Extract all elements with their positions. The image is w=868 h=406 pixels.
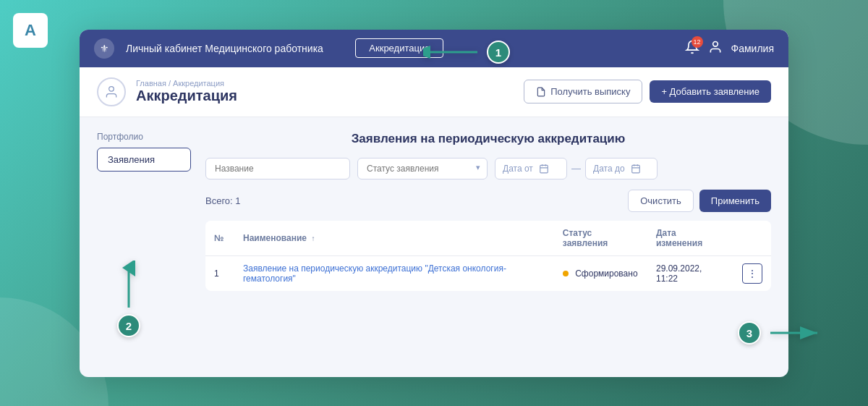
arrow-2-badge: 2: [117, 314, 140, 337]
arrow-3-annotation: 3: [738, 318, 825, 347]
username: Фамилия: [731, 43, 774, 54]
svg-rect-6: [631, 165, 639, 173]
status-filter-wrapper: [357, 158, 488, 179]
apply-button[interactable]: Применить: [699, 190, 771, 212]
calendar-to-icon: [631, 164, 641, 174]
col-num: №: [205, 221, 234, 256]
breadcrumb-actions: Получить выписку + Добавить заявление: [524, 80, 771, 103]
breadcrumb-text: Главная / Аккредитация Аккредитация: [136, 79, 237, 104]
breadcrumb-area: Главная / Аккредитация Аккредитация Полу…: [80, 67, 788, 117]
breadcrumb-home[interactable]: Главная: [136, 79, 166, 88]
col-status: Статус заявления: [554, 221, 647, 256]
content-area: Портфолио Заявления Заявления на периоди…: [80, 117, 788, 305]
svg-point-0: [712, 41, 718, 46]
sidebar: Портфолио Заявления: [97, 132, 191, 291]
col-date: Дата изменения: [647, 221, 733, 256]
user-icon[interactable]: [708, 40, 723, 57]
arrow-1-annotation: 1: [423, 38, 510, 67]
arrow-1-svg: [423, 38, 481, 67]
clear-button[interactable]: Очистить: [628, 190, 694, 212]
arrow-3-svg: [767, 318, 825, 347]
arrow-3-badge: 3: [738, 321, 761, 344]
date-to-input[interactable]: Дата до: [585, 158, 658, 179]
nav-emblem: ⚜: [94, 38, 114, 59]
row-menu-cell: ⋮: [733, 255, 771, 291]
row-date: 29.09.2022, 11:22: [647, 255, 733, 291]
arrow-1-badge: 1: [487, 41, 510, 64]
status-label: Сформировано: [575, 268, 637, 279]
filter-action-buttons: Очистить Применить: [628, 190, 771, 212]
sort-icon: ↑: [311, 234, 315, 242]
date-separator: —: [571, 163, 581, 174]
filters-row: Дата от — Дата до: [205, 158, 771, 179]
svg-point-1: [109, 86, 114, 91]
nav-icons: 12 Фамилия: [685, 40, 774, 57]
table-row: 1 Заявление на периодическую аккредитаци…: [205, 255, 771, 291]
breadcrumb-trail: Главная / Аккредитация: [136, 79, 237, 88]
results-count: Всего: 1: [205, 195, 241, 206]
page-icon: [97, 77, 126, 106]
page-title: Аккредитация: [136, 88, 237, 104]
app-logo: А: [13, 13, 48, 48]
sidebar-section-label: Портфолио: [97, 132, 191, 142]
applications-table: № Наименование ↑ Статус заявления Дата и…: [205, 221, 771, 291]
breadcrumb-left: Главная / Аккредитация Аккредитация: [97, 77, 237, 106]
status-filter-input[interactable]: [357, 158, 488, 179]
calendar-from-icon: [539, 164, 549, 174]
more-options-button[interactable]: ⋮: [742, 263, 762, 284]
nav-title: Личный кабинет Медицинского работника: [126, 43, 344, 54]
main-content: Заявления на периодическую аккредитацию …: [205, 132, 771, 291]
table-body: 1 Заявление на периодическую аккредитаци…: [205, 255, 771, 291]
row-num: 1: [205, 255, 234, 291]
results-bar: Всего: 1 Очистить Применить: [205, 190, 771, 212]
row-status: Сформировано: [554, 255, 647, 291]
date-from-input[interactable]: Дата от: [495, 158, 567, 179]
col-name[interactable]: Наименование ↑: [234, 221, 554, 256]
section-title: Заявления на периодическую аккредитацию: [205, 132, 771, 146]
add-application-button[interactable]: + Добавить заявление: [650, 80, 771, 103]
row-name: Заявление на периодическую аккредитацию …: [234, 255, 554, 291]
notifications-bell[interactable]: 12: [685, 40, 699, 57]
table-header: № Наименование ↑ Статус заявления Дата и…: [205, 221, 771, 256]
get-extract-button[interactable]: Получить выписку: [524, 80, 642, 103]
arrow-2-svg: [114, 261, 143, 311]
document-icon: [536, 87, 546, 97]
svg-rect-2: [540, 165, 548, 173]
main-card: ⚜ Личный кабинет Медицинского работника …: [80, 30, 788, 377]
application-link[interactable]: Заявление на периодическую аккредитацию …: [243, 263, 506, 284]
date-filter: Дата от — Дата до: [495, 158, 658, 179]
sidebar-item-applications[interactable]: Заявления: [97, 148, 191, 172]
status-dot: [563, 271, 569, 276]
col-actions: [733, 221, 771, 256]
arrow-2-annotation: 2: [114, 261, 143, 337]
notification-count: 12: [692, 36, 703, 48]
name-filter-input[interactable]: [205, 158, 350, 179]
